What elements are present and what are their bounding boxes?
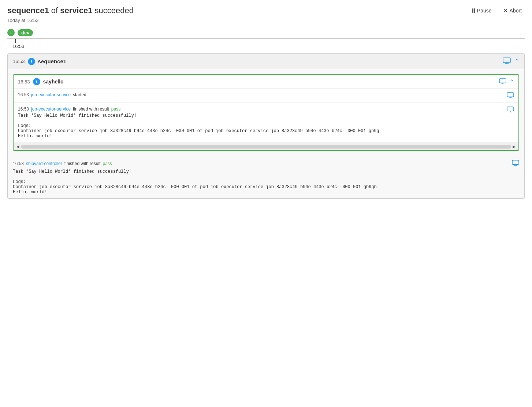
sequence-header-right: ⌃ <box>503 57 519 65</box>
timeline-tick <box>15 39 16 43</box>
log-entry-started: 16:53 job-executor-service started <box>14 89 518 103</box>
header-actions: Pause ✕ Abort <box>469 6 525 15</box>
pause-button[interactable]: Pause <box>469 6 495 15</box>
svg-rect-0 <box>503 58 510 63</box>
outer-log-body: Task 'Say Hello World' finished successf… <box>13 169 519 195</box>
log-entry-finished-header: 16:53 job-executor-service finished with… <box>18 107 514 112</box>
timeline-time-label: 16:53 <box>12 44 525 49</box>
log-started-monitor-icon[interactable] <box>507 92 514 99</box>
log-entry-started-header: 16:53 job-executor-service started <box>18 92 514 97</box>
svg-rect-9 <box>507 107 514 111</box>
log-finished-time: 16:53 <box>18 107 29 112</box>
scroll-right-arrow[interactable]: ▶ <box>513 145 516 149</box>
log-started-time: 16:53 <box>18 92 29 97</box>
page-timestamp: Today at 16:53 <box>7 18 525 23</box>
sequence-box: 16:53 i sequence1 ⌃ 16:53 i sayhello <box>7 53 525 199</box>
log-started-action: started <box>73 92 86 97</box>
scroll-left-arrow[interactable]: ◀ <box>16 145 19 149</box>
outer-log-entry: 16:53 shipyard-controller finished with … <box>8 156 524 198</box>
sayhello-name: sayhello <box>43 79 64 85</box>
log-entry-finished: 16:53 job-executor-service finished with… <box>14 103 518 143</box>
pause-icon <box>472 8 475 13</box>
close-icon: ✕ <box>503 8 508 14</box>
horizontal-scrollbar[interactable]: ◀ ▶ <box>14 143 518 150</box>
scrollbar-track[interactable] <box>21 145 511 149</box>
sayhello-header-left: 16:53 i sayhello <box>18 78 64 85</box>
log-finished-service: job-executor-service <box>31 107 71 112</box>
sayhello-time: 16:53 <box>18 79 30 85</box>
sayhello-collapse-button[interactable]: ⌃ <box>509 78 514 85</box>
outer-log-header: 16:53 shipyard-controller finished with … <box>13 160 519 167</box>
sayhello-info-badge: i <box>33 78 40 85</box>
sayhello-box: 16:53 i sayhello ⌃ 16:53 job-executor <box>13 74 519 151</box>
timeline-line <box>7 38 525 38</box>
sequence-name: sequence1 <box>38 58 67 64</box>
log-finished-pass: pass <box>111 107 120 112</box>
timeline: i dev 16:53 <box>7 29 525 49</box>
sequence-monitor-icon[interactable] <box>503 57 511 65</box>
log-finished-body: Task 'Say Hello World' finished successf… <box>18 113 514 139</box>
outer-log-result-prefix: finished with result <box>64 161 101 166</box>
outer-log-monitor-icon[interactable] <box>512 160 519 167</box>
sayhello-monitor-icon[interactable] <box>499 78 506 85</box>
sayhello-header-right: ⌃ <box>499 78 514 85</box>
sequence-info-badge: i <box>28 58 35 65</box>
page-header: sequence1 of service1 succeeded Pause ✕ … <box>7 6 525 15</box>
sequence-header-left: 16:53 i sequence1 <box>13 58 66 65</box>
timeline-badges: i dev <box>7 29 525 36</box>
svg-rect-12 <box>512 160 519 165</box>
svg-rect-6 <box>507 93 514 97</box>
abort-button[interactable]: ✕ Abort <box>501 6 525 15</box>
sequence-header: 16:53 i sequence1 ⌃ <box>8 54 524 69</box>
outer-log-service: shipyard-controller <box>26 161 62 166</box>
outer-log-time: 16:53 <box>13 161 24 166</box>
info-badge: i <box>7 29 15 36</box>
log-started-service: job-executor-service <box>31 92 71 97</box>
sequence-time: 16:53 <box>13 59 25 64</box>
dev-badge: dev <box>18 29 33 36</box>
sequence-collapse-button[interactable]: ⌃ <box>514 58 519 65</box>
svg-rect-3 <box>499 78 506 83</box>
page-title: sequence1 of service1 succeeded <box>7 6 134 15</box>
outer-log-pass: pass <box>103 161 112 166</box>
sayhello-header: 16:53 i sayhello ⌃ <box>14 75 518 89</box>
log-finished-result-prefix: finished with result <box>73 107 109 112</box>
log-finished-monitor-icon[interactable] <box>507 107 514 113</box>
